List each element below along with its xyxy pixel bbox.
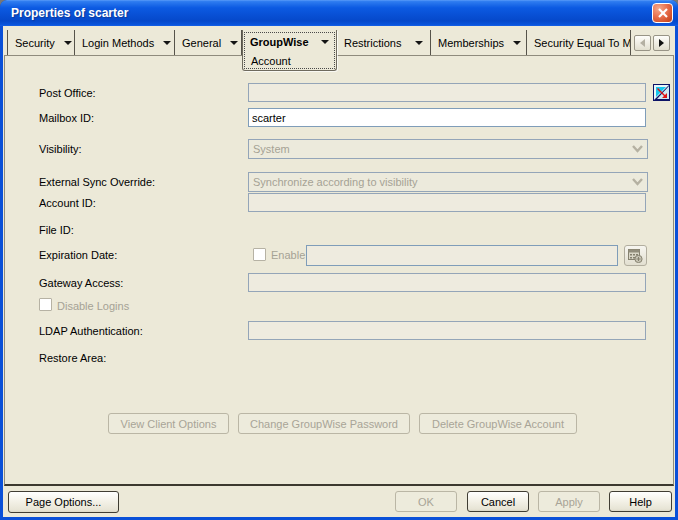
expiration-enable-label: Enable (271, 245, 305, 265)
browse-directory-icon[interactable] (653, 84, 670, 101)
close-icon (658, 8, 668, 18)
disable-logins-checkbox (39, 298, 52, 311)
tab-scroll-left-button (634, 35, 651, 51)
ldap-authentication-row: LDAP Authentication: (5, 321, 673, 341)
visibility-value: System (253, 143, 290, 155)
tab-security[interactable]: Security (7, 30, 75, 55)
arrow-left-icon (640, 39, 645, 47)
tab-restrictions[interactable]: Restrictions (337, 30, 431, 55)
account-id-row: Account ID: (5, 193, 673, 213)
expiration-date-row: Expiration Date: Enable (5, 245, 673, 267)
mailbox-id-label: Mailbox ID: (39, 108, 94, 128)
visibility-label: Visibility: (39, 139, 82, 159)
file-id-row: File ID: (5, 220, 673, 238)
restore-area-label: Restore Area: (39, 348, 106, 368)
restore-area-row: Restore Area: (5, 348, 673, 366)
post-office-row: Post Office: (5, 83, 673, 103)
chevron-down-icon (163, 41, 171, 45)
ok-button: OK (395, 491, 457, 512)
window-title: Properties of scarter (11, 6, 128, 20)
ldap-authentication-label: LDAP Authentication: (39, 321, 143, 341)
apply-button: Apply (538, 491, 600, 512)
gateway-access-label: Gateway Access: (39, 273, 123, 293)
gateway-access-row: Gateway Access: (5, 273, 673, 293)
view-client-options-button: View Client Options (108, 413, 229, 434)
account-id-field (248, 193, 646, 212)
close-button[interactable] (652, 3, 673, 23)
delete-groupwise-account-button: Delete GroupWise Account (419, 413, 577, 434)
chevron-down-icon (630, 175, 645, 189)
tab-scroll-right-button[interactable] (653, 35, 670, 51)
tab-memberships[interactable]: Memberships (431, 30, 527, 55)
dialog-footer: Page Options... OK Cancel Apply Help (3, 486, 675, 517)
properties-dialog: Properties of scarter Security Login Met… (0, 0, 678, 520)
tab-groupwise-active[interactable]: GroupWise Account (242, 30, 337, 71)
groupwise-account-page: Post Office: Mailbox ID: Visibility: (4, 55, 674, 486)
expiration-enable-checkbox (253, 248, 266, 261)
chevron-down-icon (64, 41, 72, 45)
external-sync-override-value: Synchronize according to visibility (253, 176, 417, 188)
pick-date-button (624, 245, 647, 266)
tab-security-equal-to-me[interactable]: Security Equal To Me (527, 30, 631, 55)
chevron-down-icon (630, 142, 645, 156)
disable-logins-row: Disable Logins (5, 296, 673, 314)
chevron-down-icon (321, 40, 329, 44)
gateway-access-field (248, 273, 646, 292)
tab-scroll-buttons (634, 35, 670, 51)
tab-login-methods[interactable]: Login Methods (75, 30, 175, 55)
tab-general[interactable]: General (175, 30, 242, 55)
external-sync-override-label: External Sync Override: (39, 172, 155, 192)
calendar-icon (628, 249, 643, 263)
chevron-down-icon (513, 41, 521, 45)
mailbox-id-input[interactable] (248, 108, 646, 127)
page-options-button[interactable]: Page Options... (8, 491, 119, 513)
cancel-button[interactable]: Cancel (467, 491, 529, 512)
chevron-down-icon (415, 41, 423, 45)
disable-logins-label: Disable Logins (57, 296, 129, 316)
visibility-select: System (248, 139, 648, 159)
chevron-down-icon (230, 41, 238, 45)
visibility-row: Visibility: System (5, 139, 673, 160)
expiration-date-field (306, 245, 618, 266)
mailbox-id-row: Mailbox ID: (5, 108, 673, 128)
tab-groupwise-page-account[interactable]: Account (243, 54, 336, 69)
ldap-authentication-field (248, 321, 646, 340)
help-button[interactable]: Help (609, 491, 672, 512)
post-office-label: Post Office: (39, 83, 96, 103)
title-bar: Properties of scarter (0, 0, 678, 26)
expiration-date-label: Expiration Date: (39, 245, 117, 265)
external-sync-override-select: Synchronize according to visibility (248, 172, 648, 192)
change-groupwise-password-button: Change GroupWise Password (238, 413, 410, 434)
dialog-client-area: Security Login Methods General GroupWise… (3, 26, 675, 517)
external-sync-override-row: External Sync Override: Synchronize acco… (5, 172, 673, 193)
account-actions-row: View Client Options Change GroupWise Pas… (5, 413, 673, 435)
tab-strip: Security Login Methods General GroupWise… (7, 30, 633, 55)
post-office-field (248, 83, 646, 102)
file-id-label: File ID: (39, 220, 74, 240)
arrow-right-icon (659, 39, 664, 47)
account-id-label: Account ID: (39, 193, 96, 213)
